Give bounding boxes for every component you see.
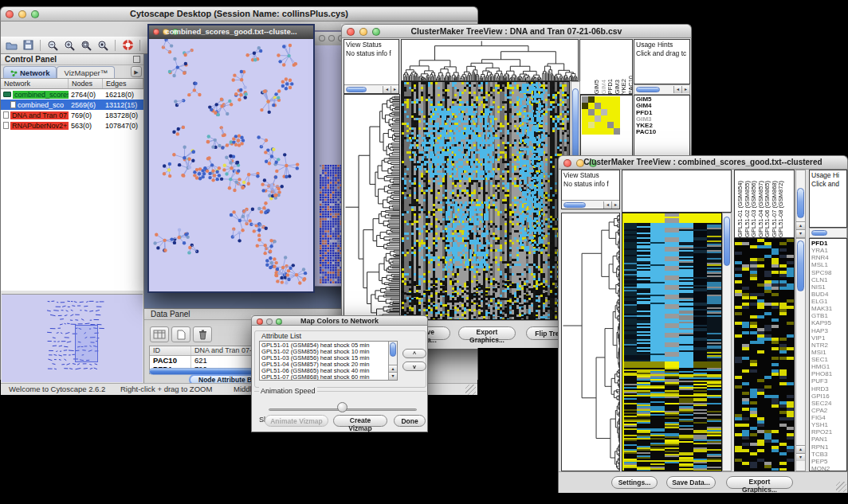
- network-canvas[interactable]: [149, 39, 313, 291]
- view-status-hscrollbar[interactable]: ◂▸: [344, 84, 399, 94]
- column-label: GPL51-08 (GSM872): [778, 181, 785, 237]
- tab-overflow-arrow[interactable]: ▶: [131, 66, 142, 77]
- gene-label: MAK31: [811, 305, 845, 312]
- zoom-out-icon[interactable]: [45, 38, 60, 52]
- zoom-fit-icon[interactable]: [79, 38, 93, 52]
- move-up-button[interactable]: ^: [402, 349, 426, 358]
- delete-attribute-icon[interactable]: [193, 326, 212, 342]
- save-data-button[interactable]: Save Data...: [666, 476, 716, 489]
- gene-label: MON2: [811, 465, 845, 471]
- gene-label: MSI1: [811, 349, 845, 356]
- main-window-title: Cytoscape Desktop (Session Name: collins…: [1, 9, 477, 18]
- scroll-down-icon[interactable]: ▾: [389, 372, 397, 380]
- zoom-in-icon[interactable]: [62, 38, 77, 52]
- network-titlebar[interactable]: combined_scores_good.txt--cluste...: [149, 25, 313, 39]
- done-button[interactable]: Done: [394, 415, 426, 427]
- gene-label: GPI16: [811, 393, 845, 400]
- column-dendrogram-panel[interactable]: [401, 39, 579, 81]
- network-table: combined_scores 2764(0)16218(0) combined…: [1, 89, 143, 291]
- network-overview-panel[interactable]: [2, 294, 143, 382]
- tab-vizmapper[interactable]: VizMapper™: [57, 66, 115, 78]
- gene-label: CLN1: [811, 276, 845, 283]
- usage-hints-hscrollbar[interactable]: ◂▸: [634, 84, 690, 95]
- usage-hints-hscrollbar[interactable]: [809, 228, 847, 238]
- gene-label: HAP3: [811, 327, 845, 334]
- zoom-heatmap[interactable]: [734, 238, 795, 471]
- gene-label: RPO21: [811, 428, 845, 436]
- gene-label: YRA1: [811, 247, 845, 254]
- dialog-titlebar[interactable]: Map Colors to Network: [251, 315, 428, 326]
- gene-label: PAN1: [811, 436, 845, 443]
- treeview2-button-bar: Settings... Save Data... Export Graphics…: [559, 471, 847, 493]
- create-vizmap-button[interactable]: Create Vizmap: [333, 415, 387, 427]
- scroll-left-icon[interactable]: ◂: [383, 86, 391, 93]
- treeview1-titlebar[interactable]: ClusterMaker TreeView : DNA and Tran 07-…: [341, 24, 692, 38]
- slider-thumb[interactable]: [337, 402, 347, 412]
- resize-grip[interactable]: [836, 482, 846, 492]
- scroll-right-icon[interactable]: ▸: [681, 86, 689, 93]
- row-dendrogram-panel[interactable]: [561, 213, 620, 471]
- status-zoom-hint: Right-click + drag to ZOOM: [120, 385, 212, 393]
- desktop: Cytoscape Desktop (Session Name: collins…: [0, 0, 848, 504]
- usage-hints-panel: Usage Hi Click and: [809, 170, 847, 228]
- labels-vscrollbar[interactable]: ▴ ▾: [795, 170, 806, 238]
- scroll-right-icon[interactable]: ▸: [391, 86, 398, 93]
- gene-label: CPA2: [811, 407, 845, 414]
- animate-vizmap-button[interactable]: Animate Vizmap: [265, 415, 328, 427]
- gene-label: RNR4: [811, 254, 845, 261]
- open-file-icon[interactable]: [4, 38, 18, 52]
- treeview2-window: ClusterMaker TreeView : combined_scores_…: [558, 155, 848, 494]
- scroll-left-icon[interactable]: ◂: [603, 201, 611, 209]
- gene-label: SEC24: [811, 400, 845, 407]
- network-row[interactable]: combined_scores 2764(0)16218(0): [1, 89, 143, 100]
- network-file-icon: [10, 101, 16, 108]
- column-dendrogram-panel[interactable]: [622, 170, 732, 213]
- heatmap-vscrollbar[interactable]: [722, 213, 732, 471]
- scroll-down-icon[interactable]: ▾: [796, 453, 805, 461]
- gene-label: ELG1: [811, 298, 845, 305]
- zoom-selected-icon[interactable]: [96, 38, 110, 52]
- scroll-right-icon[interactable]: ▸: [611, 201, 619, 209]
- column-label: PAC10: [628, 76, 634, 94]
- scroll-up-icon[interactable]: ▴: [796, 445, 805, 453]
- float-panel-icon[interactable]: [133, 56, 140, 63]
- new-attribute-icon[interactable]: [171, 326, 190, 342]
- treeview2-titlebar[interactable]: ClusterMaker TreeView : combined_scores_…: [558, 155, 848, 170]
- treeview1-title: ClusterMaker TreeView : DNA and Tran 07-…: [342, 26, 691, 36]
- scroll-down-icon[interactable]: ▾: [796, 229, 805, 237]
- resize-grip[interactable]: [465, 385, 476, 395]
- global-heatmap[interactable]: [401, 81, 570, 320]
- view-status-hscrollbar[interactable]: ◂▸: [561, 200, 620, 209]
- main-titlebar[interactable]: Cytoscape Desktop (Session Name: collins…: [0, 6, 478, 21]
- gene-label: HRD3: [811, 385, 845, 393]
- scroll-left-icon[interactable]: ◂: [673, 86, 681, 93]
- move-down-button[interactable]: v: [402, 361, 426, 371]
- status-welcome: Welcome to Cytoscape 2.6.2: [9, 385, 105, 393]
- attribute-item[interactable]: GPL51-07 (GSM868) heat shock 60 min: [261, 374, 395, 381]
- row-dendrogram-panel[interactable]: [344, 94, 400, 320]
- close-button[interactable]: [319, 35, 325, 41]
- global-heatmap[interactable]: [622, 213, 722, 471]
- export-graphics-button[interactable]: Export Graphics...: [458, 326, 516, 340]
- animation-speed-label: Animation Speed: [259, 387, 317, 395]
- gene-label: GTB1: [811, 312, 845, 319]
- gene-list-vscrollbar[interactable]: ▴ ▾: [795, 238, 806, 471]
- zoom-column-labels: GIM5GIM4PFD1GIM3YKE2PAC10: [579, 39, 633, 95]
- minimize-button[interactable]: [328, 35, 335, 41]
- save-icon[interactable]: [21, 38, 35, 52]
- network-row[interactable]: DNA and Tran 07 769(0)183728(0): [1, 110, 143, 120]
- scroll-up-icon[interactable]: ▴: [796, 221, 805, 229]
- gene-label: SPC98: [811, 269, 845, 276]
- attribute-list[interactable]: GPL51-01 (GSM854) heat shock 05 minGPL51…: [259, 341, 398, 381]
- control-panel-header: Control Panel: [1, 54, 143, 65]
- tab-network[interactable]: Network: [3, 66, 57, 78]
- export-graphics-button[interactable]: Export Graphics...: [726, 476, 793, 489]
- network-file-icon: [3, 111, 9, 119]
- help-lifesaver-icon[interactable]: [120, 38, 135, 52]
- attribute-list-label: Attribute List: [260, 332, 303, 340]
- network-row-selected[interactable]: combined_sco 2569(6)13112(15): [1, 100, 143, 110]
- select-attributes-icon[interactable]: [150, 326, 169, 342]
- attribute-list-vscrollbar[interactable]: ▴ ▾: [388, 342, 397, 380]
- network-row[interactable]: RNAPuberNov2+ 563(0)107847(0): [1, 120, 143, 131]
- settings-button[interactable]: Settings...: [611, 476, 658, 489]
